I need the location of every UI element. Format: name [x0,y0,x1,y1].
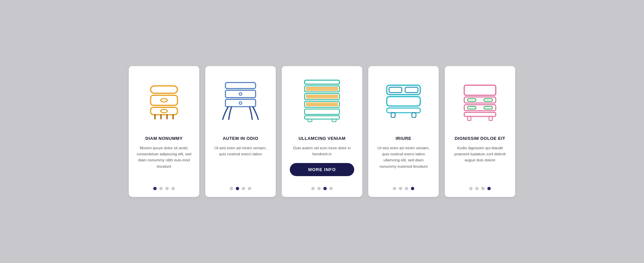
dot-3-0 [311,187,315,190]
dot-1-1 [159,187,163,190]
dot-4-0 [393,187,396,190]
card-3: ULLAMCING VENIAM Duis autem vel eum iriu… [282,66,362,197]
dot-4-3 [411,187,414,190]
svg-rect-39 [464,97,496,103]
svg-rect-36 [391,113,395,117]
dot-1-0 [153,187,157,190]
svg-point-2 [161,99,167,102]
svg-point-11 [239,93,242,95]
card-2: AUTEM IN ODIO Ut wisi enim ad minim veni… [205,66,276,197]
dot-5-2 [481,187,485,190]
svg-rect-37 [412,113,416,117]
svg-rect-42 [464,105,496,111]
dot-5-0 [469,187,473,190]
dot-5-1 [475,187,479,190]
card-5-body: Kodio dignissim qui blandit praesent lup… [451,145,508,181]
dot-3-2 [323,187,327,190]
dot-1-2 [165,187,169,190]
card-4-icon-area [375,74,432,128]
svg-rect-35 [387,108,420,113]
dot-3-3 [329,187,333,190]
card-2-body: Ut wisi enim ad minim veniam, quis nostr… [212,145,269,181]
dot-5-3 [487,187,491,190]
card-3-dots [311,187,333,190]
svg-rect-47 [489,116,492,120]
card-1-icon-area [136,74,193,128]
svg-rect-43 [468,106,476,109]
dot-3-1 [317,187,321,190]
card-2-icon-area [212,74,269,128]
svg-point-13 [239,102,242,104]
card-5: DIGNISSIM DOLOE EIT Kodio dignissim qui … [445,66,515,197]
card-1-title: DIAM NONUMMY [145,136,182,141]
card-4-body: Ut wisi enim ad minim veniam, quis nostr… [375,145,432,181]
card-1: DIAM NONUMMY Morem ipsum dolor sit amet,… [129,66,199,197]
card-5-dots [469,187,491,190]
svg-rect-32 [389,87,402,93]
svg-rect-28 [305,116,339,119]
svg-rect-27 [305,109,339,114]
card-1-body: Morem ipsum dolor sit amet, consectetuer… [136,145,193,181]
card-4-title: IRIURE [395,136,411,141]
svg-rect-1 [151,95,177,105]
card-2-dots [230,187,251,190]
svg-rect-44 [484,106,492,109]
dot-1-3 [171,187,175,190]
card-5-title: DIGNISSIM DOLOE EIT [454,136,505,141]
nightstand-icon-3 [299,77,345,124]
more-info-button[interactable]: MORE INFO [290,163,354,176]
svg-rect-34 [387,97,420,106]
svg-rect-3 [151,107,177,115]
svg-rect-0 [151,86,177,93]
card-2-title: AUTEM IN ODIO [223,136,258,141]
card-3-body: Duis autem vel eum iriure dolor in hendr… [290,145,354,157]
svg-rect-41 [484,99,492,101]
dot-2-0 [230,187,233,190]
nightstand-icon-1 [142,79,186,123]
svg-rect-33 [405,87,418,93]
dot-2-1 [236,187,239,190]
card-3-title: ULLAMCING VENIAM [299,136,345,141]
card-3-icon-area [290,74,354,128]
svg-rect-31 [387,85,420,95]
svg-rect-14 [305,80,339,84]
svg-rect-38 [464,85,496,95]
svg-rect-10 [225,90,256,98]
cards-container: DIAM NONUMMY Morem ipsum dolor sit amet,… [119,53,525,211]
svg-rect-45 [464,112,496,116]
svg-point-4 [161,109,167,113]
nightstand-icon-4 [382,79,425,123]
svg-rect-12 [225,99,256,107]
nightstand-icon-2 [219,77,262,124]
dot-4-1 [399,187,402,190]
svg-rect-46 [468,116,471,120]
dot-2-2 [242,187,245,190]
card-1-dots [153,187,175,190]
card-4-dots [393,187,414,190]
card-5-icon-area [451,74,508,128]
dot-2-3 [248,187,251,190]
svg-rect-40 [468,99,476,101]
nightstand-icon-5 [458,79,502,123]
card-4: IRIURE Ut wisi enim ad minim veniam, qui… [368,66,439,197]
dot-4-2 [405,187,408,190]
svg-rect-9 [225,83,256,89]
